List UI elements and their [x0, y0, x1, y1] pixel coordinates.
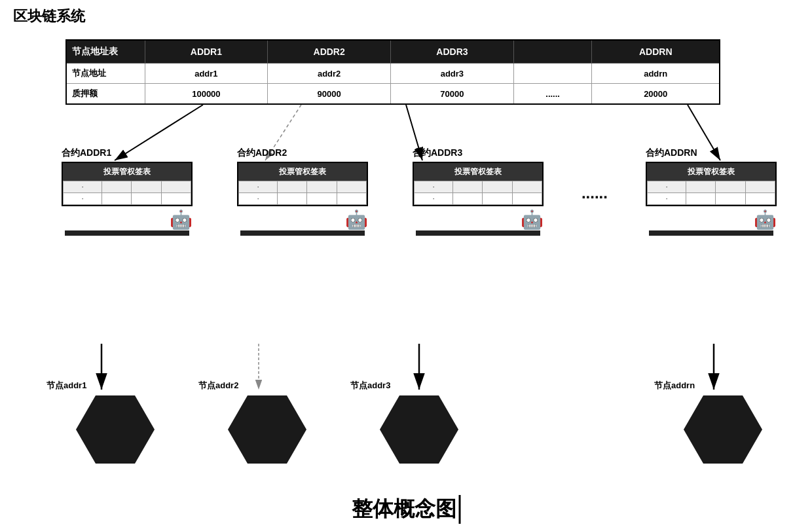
- hexagon-3: [380, 395, 458, 464]
- nodes-row: 节点addr1 节点addr2 节点addr3 节点addrn: [39, 380, 799, 464]
- row2-dots: ......: [513, 84, 592, 105]
- node-block-1: 节点addr1: [43, 380, 187, 464]
- row1-addr2: addr2: [268, 64, 391, 84]
- contract-block-1: 合约ADDR1 投票管权签表 · · 🤖: [55, 147, 199, 236]
- contract-label-1: 合约ADDR1: [55, 147, 111, 159]
- robot-icon-1: 🤖: [170, 209, 193, 230]
- table-header-label: 节点地址表: [66, 40, 145, 64]
- robot-icon-3: 🤖: [521, 209, 544, 230]
- row1-addr3: addr3: [391, 64, 514, 84]
- contract-label-3: 合约ADDR3: [406, 147, 462, 159]
- contract-label-n: 合约ADDRN: [639, 147, 697, 159]
- contract-header-1: 投票管权签表: [63, 163, 191, 181]
- contract-platform-1: [65, 230, 189, 236]
- contracts-dots: ......: [581, 147, 608, 213]
- row1-addrn: addrn: [592, 64, 720, 84]
- contract-platform-n: [649, 230, 773, 236]
- contract-header-3: 投票管权签表: [414, 163, 542, 181]
- contract-block-n: 合约ADDRN 投票管权签表 · · 🤖: [639, 147, 783, 236]
- node-label-1: 节点addr1: [43, 380, 86, 392]
- row1-addr1: addr1: [145, 64, 268, 84]
- robot-icon-2: 🤖: [345, 209, 368, 230]
- contract-platform-3: [416, 230, 540, 236]
- contract-inner-3: 投票管权签表 · ·: [413, 162, 544, 206]
- contract-platform-2: [240, 230, 365, 236]
- node-block-n: 节点addrn: [651, 380, 795, 464]
- hexagon-n: [684, 395, 762, 464]
- node-label-n: 节点addrn: [651, 380, 695, 392]
- row1-dots: [513, 64, 592, 84]
- contract-inner-1: 投票管权签表 · ·: [62, 162, 193, 206]
- contract-label-2: 合约ADDR2: [231, 147, 287, 159]
- row2-addr1: 100000: [145, 84, 268, 105]
- page-title: 区块链系统: [0, 0, 812, 33]
- table-header-addrn: ADDRN: [592, 40, 720, 64]
- row1-label: 节点地址: [66, 64, 145, 84]
- contract-inner-2: 投票管权签表 · ·: [237, 162, 368, 206]
- contract-block-2: 合约ADDR2 投票管权签表 · · 🤖: [231, 147, 375, 236]
- address-table: 节点地址表 ADDR1 ADDR2 ADDR3 ADDRN 节点地址 addr1…: [65, 39, 720, 105]
- node-label-2: 节点addr2: [195, 380, 238, 392]
- hexagon-1: [76, 395, 155, 464]
- node-block-2: 节点addr2: [195, 380, 339, 464]
- row2-addr3: 70000: [391, 84, 514, 105]
- table-header-dots: [513, 40, 592, 64]
- contracts-row: 合约ADDR1 投票管权签表 · · 🤖 合约ADDR2 投票管权签表 · ·: [39, 147, 799, 236]
- row2-label: 质押额: [66, 84, 145, 105]
- contract-header-2: 投票管权签表: [238, 163, 367, 181]
- contract-header-n: 投票管权签表: [647, 163, 775, 181]
- table-header-addr2: ADDR2: [268, 40, 391, 64]
- row2-addrn: 20000: [592, 84, 720, 105]
- node-block-3: 节点addr3: [347, 380, 491, 464]
- table-row-address: 节点地址 addr1 addr2 addr3 addrn: [66, 64, 720, 84]
- contract-inner-n: 投票管权签表 · ·: [646, 162, 777, 206]
- row2-addr2: 90000: [268, 84, 391, 105]
- table-row-stake: 质押额 100000 90000 70000 ...... 20000: [66, 84, 720, 105]
- table-header-addr1: ADDR1: [145, 40, 268, 64]
- robot-icon-n: 🤖: [754, 209, 777, 230]
- hexagon-2: [228, 395, 306, 464]
- node-label-3: 节点addr3: [347, 380, 390, 392]
- bottom-title: 整体概念图: [352, 495, 461, 524]
- contract-block-3: 合约ADDR3 投票管权签表 · · 🤖: [406, 147, 550, 236]
- table-header-addr3: ADDR3: [391, 40, 514, 64]
